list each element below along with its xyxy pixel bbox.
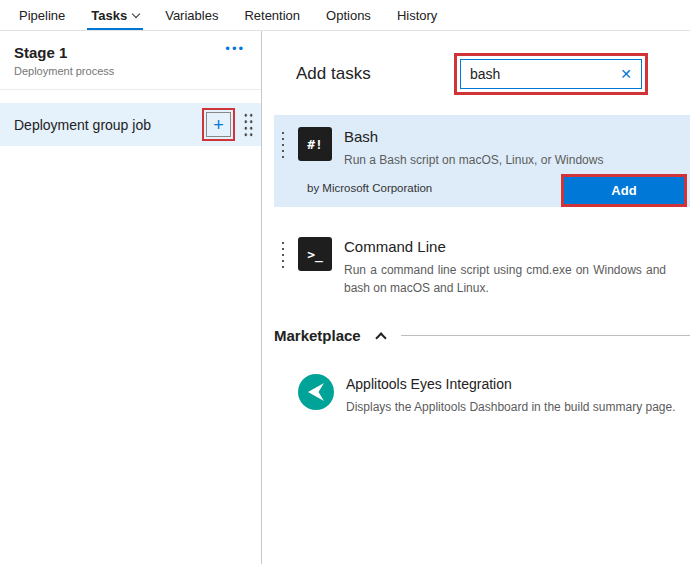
job-label: Deployment group job: [14, 117, 194, 133]
drag-handle-icon[interactable]: [280, 240, 286, 270]
marketplace-title: Marketplace: [274, 327, 361, 344]
add-button[interactable]: Add: [564, 177, 684, 204]
command-line-card-main: >_ Command Line Run a command line scrip…: [274, 225, 690, 297]
task-title: Bash: [344, 128, 603, 145]
annotation-rectangle-add: Add: [561, 174, 687, 207]
tab-tasks[interactable]: Tasks: [78, 0, 152, 30]
stage-title: Stage 1: [14, 44, 247, 61]
command-line-task-text: Command Line Run a command line script u…: [344, 237, 666, 297]
chevron-down-icon: [132, 9, 140, 17]
tab-pipeline[interactable]: Pipeline: [6, 0, 78, 30]
marketplace-item-applitools[interactable]: Applitools Eyes Integration Displays the…: [298, 374, 680, 416]
tab-options-label: Options: [326, 8, 371, 23]
bash-task-icon: #!: [298, 127, 332, 161]
annotation-rectangle-search: ✕: [454, 53, 648, 95]
deployment-group-job-row[interactable]: Deployment group job +: [0, 103, 261, 146]
tab-variables-label: Variables: [165, 8, 218, 23]
marketplace-item-description: Displays the Applitools Dashboard in the…: [346, 398, 676, 416]
release-pipeline-editor: { "nav": { "tabs": [ { "label": "Pipelin…: [0, 0, 690, 564]
bash-task-text: Bash Run a Bash script on macOS, Linux, …: [344, 127, 603, 169]
tab-pipeline-label: Pipeline: [19, 8, 65, 23]
chevron-up-icon[interactable]: [375, 332, 386, 343]
task-description: Run a command line script using cmd.exe …: [344, 261, 666, 297]
clear-search-icon[interactable]: ✕: [620, 66, 632, 82]
stages-panel: Stage 1 Deployment process ••• Deploymen…: [0, 31, 262, 564]
tab-history[interactable]: History: [384, 0, 450, 30]
tab-retention[interactable]: Retention: [231, 0, 313, 30]
annotation-rectangle-plus: +: [202, 108, 235, 141]
tab-history-label: History: [397, 8, 437, 23]
add-task-plus-button[interactable]: +: [206, 112, 231, 137]
tab-tasks-label: Tasks: [91, 8, 127, 23]
applitools-text: Applitools Eyes Integration Displays the…: [346, 374, 676, 416]
command-line-task-icon: >_: [298, 237, 332, 271]
top-nav: Pipeline Tasks Variables Retention Optio…: [0, 0, 690, 31]
drag-handle-icon[interactable]: [243, 112, 254, 138]
plus-icon: +: [213, 116, 224, 134]
search-box: ✕: [460, 59, 642, 89]
tab-retention-label: Retention: [244, 8, 300, 23]
task-title: Command Line: [344, 238, 666, 255]
stage-card[interactable]: Stage 1 Deployment process •••: [0, 31, 261, 90]
stage-subtitle: Deployment process: [14, 65, 247, 77]
task-card-bash[interactable]: #! Bash Run a Bash script on macOS, Linu…: [274, 115, 690, 207]
drag-handle-icon[interactable]: [280, 130, 286, 160]
marketplace-item-name: Applitools Eyes Integration: [346, 374, 676, 392]
task-publisher: by Microsoft Corporation: [307, 182, 432, 200]
marketplace-header: Marketplace: [274, 327, 690, 344]
main-split: Stage 1 Deployment process ••• Deploymen…: [0, 31, 690, 564]
task-search-input[interactable]: [470, 66, 612, 82]
bash-card-main: #! Bash Run a Bash script on macOS, Linu…: [274, 115, 690, 169]
task-description: Run a Bash script on macOS, Linux, or Wi…: [344, 151, 603, 169]
add-tasks-header: Add tasks ✕: [262, 31, 690, 115]
tab-options[interactable]: Options: [313, 0, 384, 30]
add-tasks-panel: Add tasks ✕ #! Bash Run a Bash script on…: [262, 31, 690, 564]
more-menu-icon[interactable]: •••: [225, 41, 245, 56]
tab-variables[interactable]: Variables: [152, 0, 231, 30]
panel-title: Add tasks: [296, 64, 371, 84]
applitools-logo-icon: [298, 374, 334, 410]
task-card-command-line[interactable]: >_ Command Line Run a command line scrip…: [274, 225, 690, 297]
divider: [401, 335, 690, 336]
bash-card-footer: by Microsoft Corporation Add: [274, 169, 690, 207]
